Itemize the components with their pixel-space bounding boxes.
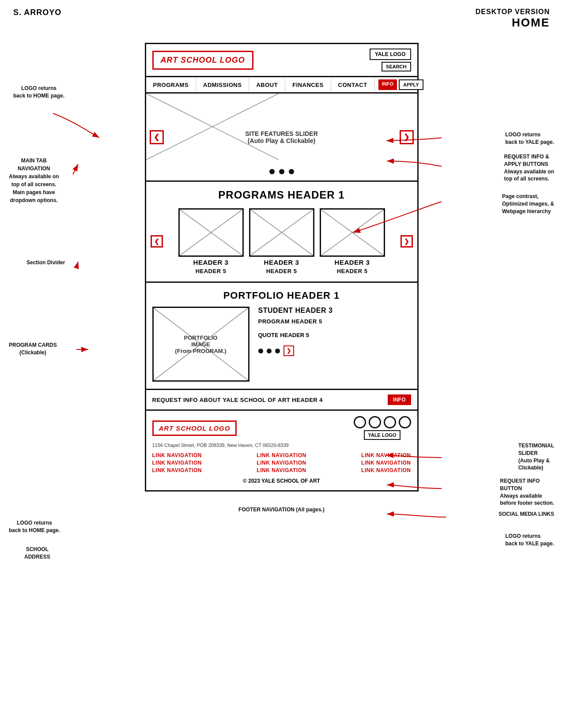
annotation-request-info-apply: REQUEST INFO &APPLY BUTTONSAlways availa… [504,153,554,183]
card-3-header3: HEADER 3 [335,259,370,266]
card-1-header3: HEADER 3 [193,259,229,266]
nav-actions: INFO APPLY [375,77,427,92]
annotation-page-contrast: Page contrast,Optimized images, &Webpage… [502,193,554,215]
portfolio-section: PORTFOLIO HEADER 1 PORTFOLIOIMAGE(From P… [146,283,417,390]
footer-link-1-1[interactable]: LINK NAVIGATION [152,452,202,458]
annotation-section-divider: Section Divider [26,259,65,266]
slider-text: SITE FEATURES SLIDER (Auto Play & Clicka… [245,130,318,144]
annotation-footer-nav: FOOTER NAVIGATION (All pages.) [238,506,325,514]
footer-nav-col-3: LINK NAVIGATION LINK NAVIGATION LINK NAV… [361,452,411,473]
annotation-logo-home: LOGO returnsback to HOME page. [13,85,64,100]
program-card-1[interactable]: HEADER 3 HEADER 5 [178,208,244,274]
site-box: ART SCHOOL LOGO YALE LOGO SEARCH PROGRAM… [145,43,419,492]
footer-top: ART SCHOOL LOGO YALE LOGO [152,416,411,440]
testimonial-arrow[interactable]: ❯ [283,345,294,356]
footer-link-2-3[interactable]: LINK NAVIGATION [257,467,306,473]
testimonial-dot-2[interactable] [267,349,272,353]
footer-social-row: YALE LOGO [354,416,411,440]
slider-dots [269,169,294,174]
card-2-header5: HEADER 5 [266,268,297,274]
cards-wrapper: HEADER 3 HEADER 5 HEADER 3 HEADER 5 [163,208,401,274]
request-info-bar: REQUEST INFO ABOUT YALE SCHOOL OF ART HE… [146,390,417,411]
nav-finances[interactable]: FINANCES [285,78,331,92]
annotation-testimonial-slider: TESTIMONIALSLIDER(Auto Play &Clickable) [518,442,554,472]
portfolio-right: STUDENT HEADER 3 PROGRAM HEADER 5 QUOTE … [258,307,411,382]
footer-address: 1156 Chapel Street, POB 208339, New Have… [152,443,411,448]
footer-link-3-2[interactable]: LINK NAVIGATION [361,460,411,466]
nav-about[interactable]: ABOUT [249,78,285,92]
header-right: YALE LOGO SEARCH [370,49,411,71]
info-button[interactable]: INFO [378,79,397,90]
author-name: S. ARROYO [13,8,61,17]
programs-header: PROGRAMS HEADER 1 [151,189,413,201]
annotation-main-tab-nav: MAIN TABNAVIGATIONAlways available ontop… [9,157,59,204]
program-header5: PROGRAM HEADER 5 [258,318,411,325]
site-footer: ART SCHOOL LOGO YALE LOGO 1156 Chapel St… [146,411,417,490]
card-1-header5: HEADER 5 [196,268,227,274]
footer-nav-row: LINK NAVIGATION LINK NAVIGATION LINK NAV… [152,452,411,473]
site-header: ART SCHOOL LOGO YALE LOGO SEARCH [146,44,417,77]
portfolio-img-label: PORTFOLIOIMAGE(From PROGRAM.) [175,334,226,354]
testimonial-dots: ❯ [258,345,411,356]
portfolio-header: PORTFOLIO HEADER 1 [152,290,411,301]
apply-button[interactable]: APPLY [399,79,423,90]
nav-programs[interactable]: PROGRAMS [146,78,196,92]
desktop-version-label: DESKTOP VERSION [476,8,550,16]
cards-arrow-left[interactable]: ❮ [151,235,163,248]
nav-contact[interactable]: CONTACT [331,78,375,92]
footer-link-1-3[interactable]: LINK NAVIGATION [152,467,202,473]
annotation-social-media: SOCIAL MEDIA LINKS [499,510,554,518]
social-icon-1[interactable] [354,416,366,428]
nav-links: PROGRAMS ADMISSIONS ABOUT FINANCES CONTA… [146,78,375,92]
footer-link-1-2[interactable]: LINK NAVIGATION [152,460,202,466]
portfolio-image: PORTFOLIOIMAGE(From PROGRAM.) [152,307,249,382]
footer-copyright: © 2023 YALE SCHOOL OF ART [152,478,411,484]
request-info-text: REQUEST INFO ABOUT YALE SCHOOL OF ART HE… [152,397,323,403]
testimonial-dot-3[interactable] [275,349,280,353]
yale-logo-button[interactable]: YALE LOGO [370,49,411,60]
wireframe-container: ART SCHOOL LOGO YALE LOGO SEARCH PROGRAM… [145,43,419,492]
card-image-1 [178,208,244,257]
site-nav: PROGRAMS ADMISSIONS ABOUT FINANCES CONTA… [146,77,417,94]
card-image-2 [249,208,314,257]
testimonial-dot-1[interactable] [258,349,263,353]
program-card-2[interactable]: HEADER 3 HEADER 5 [249,208,314,274]
footer-nav-col-1: LINK NAVIGATION LINK NAVIGATION LINK NAV… [152,452,202,473]
footer-link-3-1[interactable]: LINK NAVIGATION [361,452,411,458]
nav-admissions[interactable]: ADMISSIONS [196,78,249,92]
page-header: S. ARROYO DESKTOP VERSION HOME [0,0,563,34]
cards-arrow-right[interactable]: ❯ [401,235,413,248]
slider-dot-1[interactable] [269,169,275,174]
card-image-3 [320,208,385,257]
programs-section: PROGRAMS HEADER 1 ❮ HEADER 3 HEADER 5 [146,182,417,283]
social-icon-2[interactable] [369,416,381,428]
always-available-on: Always available on [504,169,554,175]
social-icon-3[interactable] [384,416,396,428]
slider-dot-3[interactable] [289,169,294,174]
student-header3: STUDENT HEADER 3 [258,307,411,315]
search-button[interactable]: SEARCH [382,62,411,71]
page-title-block: DESKTOP VERSION HOME [476,8,550,30]
slider-arrow-right[interactable]: ❯ [400,130,414,144]
footer-link-2-2[interactable]: LINK NAVIGATION [257,460,306,466]
social-icon-4[interactable] [399,416,411,428]
cards-row: ❮ HEADER 3 HEADER 5 [151,208,413,274]
slider-dot-2[interactable] [279,169,284,174]
home-label: HOME [476,16,550,30]
annotation-footer-logo-home: LOGO returnsback to HOME page. [9,519,60,534]
footer-nav-col-2: LINK NAVIGATION LINK NAVIGATION LINK NAV… [257,452,306,473]
footer-link-2-1[interactable]: LINK NAVIGATION [257,452,306,458]
slider-section[interactable]: ❮ SITE FEATURES SLIDER (Auto Play & Clic… [146,94,417,182]
footer-yale-logo[interactable]: YALE LOGO [364,430,401,440]
program-card-3[interactable]: HEADER 3 HEADER 5 [320,208,385,274]
request-info-button[interactable]: INFO [388,394,411,405]
card-2-header3: HEADER 3 [264,259,299,266]
annotation-footer-logo-yale: LOGO returnsback to YALE page. [505,533,554,548]
social-media-icons [354,416,411,428]
annotation-logo-yale-top: LOGO returnsback to YALE page. [505,131,554,146]
footer-link-3-3[interactable]: LINK NAVIGATION [361,467,411,473]
card-3-header5: HEADER 5 [337,268,368,274]
art-school-logo[interactable]: ART SCHOOL LOGO [152,51,253,70]
slider-arrow-left[interactable]: ❮ [150,130,164,144]
footer-art-school-logo[interactable]: ART SCHOOL LOGO [152,420,237,436]
